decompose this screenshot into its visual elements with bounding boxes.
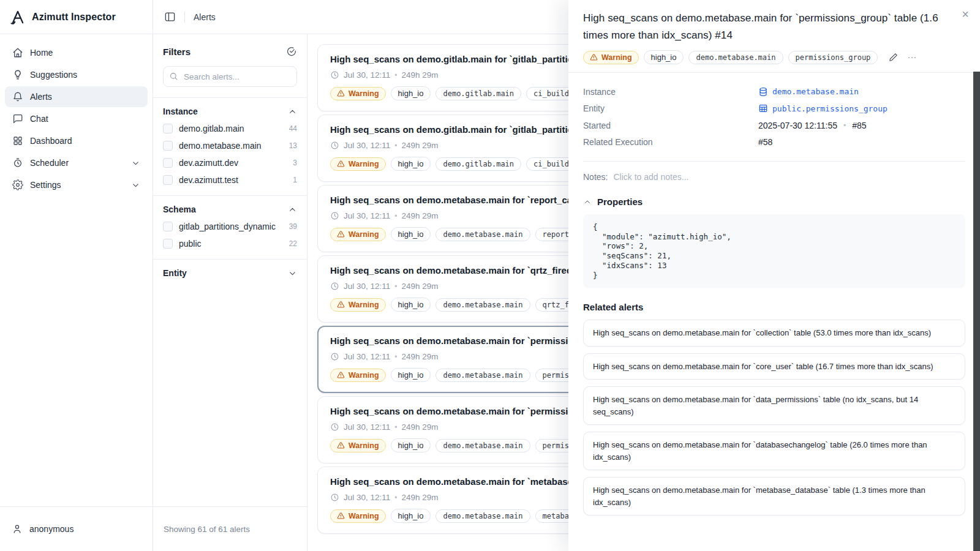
- clock-icon: [330, 141, 339, 150]
- severity-label: Warning: [349, 441, 379, 450]
- checkbox[interactable]: [163, 141, 173, 151]
- checkbox[interactable]: [163, 222, 173, 231]
- filter-section-entity: Entity: [153, 259, 307, 288]
- filter-item-label: gitlab_partitions_dynamic: [179, 222, 276, 231]
- filter-item[interactable]: demo.gitlab.main 44: [163, 124, 297, 133]
- sidebar-item-dashboard[interactable]: Dashboard: [5, 130, 148, 151]
- filter-section-entity-header[interactable]: Entity: [163, 268, 297, 278]
- checkbox[interactable]: [163, 124, 173, 133]
- warning-triangle-icon: [590, 53, 598, 61]
- sidebar-item-home[interactable]: Home: [5, 42, 148, 63]
- chat-icon: [12, 113, 23, 124]
- filter-section-instance: Instance demo.gitlab.main 44: [153, 97, 307, 195]
- filter-item[interactable]: gitlab_partitions_dynamic 39: [163, 222, 297, 231]
- properties-json: { "module": "azimutt.high_io", "rows": 2…: [583, 214, 965, 288]
- alert-time: Jul 30, 12:11: [344, 282, 390, 291]
- edit-button[interactable]: [889, 53, 898, 62]
- filter-item-count: 22: [289, 239, 297, 248]
- sidebar-item-label: Scheduler: [30, 158, 69, 168]
- dot-separator: •: [394, 212, 397, 220]
- filter-item-count: 13: [289, 141, 297, 150]
- search-input[interactable]: [163, 66, 297, 87]
- alert-duration: 249h 29m: [402, 282, 439, 291]
- alert-duration: 249h 29m: [402, 422, 439, 432]
- sidebar-item-scheduler[interactable]: Scheduler: [5, 152, 148, 173]
- sidebar-item-settings[interactable]: Settings: [5, 174, 148, 195]
- severity-label: Warning: [349, 160, 379, 168]
- warning-badge: Warning: [330, 298, 386, 312]
- sidebar-item-alerts[interactable]: Alerts: [5, 86, 148, 107]
- related-alert-card[interactable]: High seq_scans on demo.metabase.main for…: [583, 432, 965, 470]
- alert-time: Jul 30, 12:11: [344, 422, 390, 432]
- properties-section-header[interactable]: Properties: [583, 197, 965, 207]
- alert-time: Jul 30, 12:11: [344, 70, 390, 80]
- severity-label: Warning: [349, 371, 379, 380]
- filter-section-instance-header[interactable]: Instance: [163, 107, 297, 116]
- related-alert-card[interactable]: High seq_scans on demo.metabase.main for…: [583, 386, 965, 425]
- alert-time: Jul 30, 12:11: [344, 141, 390, 150]
- sidebar-item-label: Home: [30, 48, 53, 58]
- filter-item-count: 1: [293, 176, 297, 184]
- module-tag: high_io: [391, 509, 431, 523]
- panel-scrollbar[interactable]: [973, 72, 980, 551]
- app-logo-row: Azimutt Inspector: [0, 0, 153, 34]
- pencil-icon: [889, 53, 898, 62]
- check-circle-icon: [286, 46, 297, 57]
- instance-link[interactable]: demo.metabase.main: [758, 87, 859, 97]
- checkbox[interactable]: [163, 175, 173, 185]
- related-alerts-title: Related alerts: [583, 302, 965, 312]
- sidebar-spacer: [0, 195, 153, 506]
- checkbox[interactable]: [163, 158, 173, 168]
- sidebar: Azimutt Inspector Home Suggestions Alert…: [0, 0, 153, 551]
- filter-item[interactable]: dev.azimutt.test 1: [163, 175, 297, 185]
- notes-row: Notes: Click to add notes...: [583, 172, 965, 182]
- sidebar-user[interactable]: anonymous: [0, 506, 153, 551]
- severity-label: Warning: [349, 230, 379, 239]
- filter-item[interactable]: dev.azimutt.dev 3: [163, 158, 297, 168]
- related-alert-card[interactable]: High seq_scans on demo.metabase.main for…: [583, 477, 965, 515]
- sidebar-item-chat[interactable]: Chat: [5, 108, 148, 129]
- instance-value: demo.metabase.main: [772, 87, 859, 96]
- notes-input-placeholder[interactable]: Click to add notes...: [613, 172, 688, 182]
- clear-filters-button[interactable]: [286, 46, 297, 57]
- started-value: 2025-07-30 12:11:55: [758, 121, 837, 130]
- sidebar-item-suggestions[interactable]: Suggestions: [5, 64, 148, 85]
- chevron-down-icon: [131, 181, 140, 190]
- warning-triangle-icon: [337, 371, 345, 379]
- alert-duration: 249h 29m: [402, 352, 439, 361]
- detail-body: Instance demo.metabase.main Entity publi…: [568, 73, 980, 551]
- warning-triangle-icon: [337, 512, 345, 520]
- checkbox[interactable]: [163, 239, 173, 249]
- related-alert-card[interactable]: High seq_scans on demo.metabase.main for…: [583, 320, 965, 347]
- instance-tag: demo.gitlab.main: [435, 87, 521, 100]
- related-execution-value: #58: [758, 137, 772, 147]
- warning-badge: Warning: [330, 87, 386, 100]
- gear-icon: [12, 179, 23, 190]
- scheduler-clock-icon: [12, 157, 23, 168]
- entity-link[interactable]: public.permissions_group: [758, 103, 888, 113]
- instance-tag: demo.metabase.main: [435, 439, 530, 452]
- module-tag: high_io: [391, 438, 431, 452]
- notes-label: Notes:: [583, 172, 608, 182]
- alert-duration: 249h 29m: [402, 141, 439, 150]
- azimutt-logo-icon: [10, 9, 26, 25]
- filter-item[interactable]: public 22: [163, 239, 297, 249]
- filter-section-schema: Schema gitlab_partitions_dynamic 39: [153, 195, 307, 259]
- properties-title: Properties: [597, 197, 643, 207]
- filter-item[interactable]: demo.metabase.main 13: [163, 141, 297, 151]
- chevron-down-icon: [131, 159, 140, 168]
- filter-item-label: dev.azimutt.test: [179, 175, 238, 185]
- home-icon: [12, 47, 23, 58]
- related-alert-card[interactable]: High seq_scans on demo.metabase.main for…: [583, 353, 965, 380]
- instance-tag: demo.metabase.main: [688, 51, 783, 64]
- warning-triangle-icon: [337, 89, 345, 97]
- filter-schema-list: gitlab_partitions_dynamic 39 public 22: [163, 222, 297, 249]
- severity-label: Warning: [349, 89, 379, 98]
- alert-detail-panel: High seq_scans on demo.metabase.main for…: [568, 0, 980, 551]
- sidebar-toggle-button[interactable]: [164, 11, 176, 23]
- filter-section-schema-header[interactable]: Schema: [163, 204, 297, 214]
- close-button[interactable]: ×: [962, 8, 969, 20]
- database-icon: [758, 87, 768, 97]
- more-actions-button[interactable]: ⋯: [907, 52, 918, 63]
- filter-section-label: Schema: [163, 204, 196, 214]
